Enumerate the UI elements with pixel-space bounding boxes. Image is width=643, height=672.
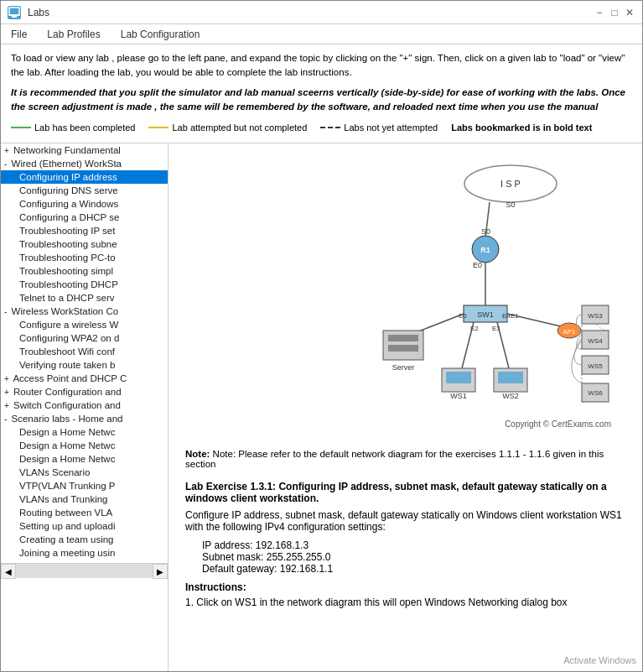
content-area[interactable]: I S P S0 S0 R1 E0 SW1 E0 E4 bbox=[169, 143, 642, 671]
maximize-button[interactable]: □ bbox=[609, 7, 620, 18]
lab-exercise-title: Lab Exercise 1.3.1: Configuring IP addre… bbox=[185, 481, 625, 504]
note-content: Note: Please refer to the default networ… bbox=[185, 449, 604, 469]
sidebar-item-design-home-1[interactable]: Design a Home Netwc bbox=[1, 425, 168, 439]
sidebar-item-troubleshoot-wifi[interactable]: Troubleshoot Wifi conf bbox=[1, 345, 168, 358]
default-gateway: Default gateway: 192.168.1.1 bbox=[202, 563, 625, 575]
sidebar-item-routing-vlan[interactable]: Routing between VLA bbox=[1, 506, 168, 519]
sidebar-item-telnet-dhcp[interactable]: Telnet to a DHCP serv bbox=[1, 291, 168, 305]
sidebar-item-configuring-windows[interactable]: Configuring a Windows bbox=[1, 197, 168, 211]
svg-text:WS5: WS5 bbox=[588, 362, 603, 370]
lab-desc: Configure IP address, subnet mask, defau… bbox=[185, 509, 625, 533]
sidebar-label-routing-vlan: Routing between VLA bbox=[19, 508, 112, 518]
sidebar-item-scenario-labs[interactable]: - Scenario labs - Home and bbox=[1, 412, 168, 425]
sidebar-item-vlans-trunking[interactable]: VLANs and Trunking bbox=[1, 492, 168, 506]
sidebar-item-networking-fund[interactable]: + Networking Fundamental bbox=[1, 143, 168, 157]
legend-attempted: Lab attempted but not completed bbox=[148, 122, 307, 133]
instructions-text: 1. Click on WS1 in the network diagram t… bbox=[185, 596, 625, 608]
sidebar-label-troubleshoot-wifi: Troubleshoot Wifi conf bbox=[19, 346, 115, 357]
subnet-mask: Subnet mask: 255.255.255.0 bbox=[202, 551, 625, 563]
sidebar-item-configuring-dns[interactable]: Configuring DNS serve bbox=[1, 184, 168, 197]
scroll-left-button[interactable]: ◀ bbox=[1, 564, 16, 579]
sidebar-item-vtp-vlan[interactable]: VTP(VLAN Trunking P bbox=[1, 479, 168, 492]
sidebar-item-access-point[interactable]: + Access Point and DHCP C bbox=[1, 372, 168, 385]
sidebar-item-design-home-3[interactable]: Design a Home Netwc bbox=[1, 452, 168, 466]
scroll-right-button[interactable]: ▶ bbox=[153, 564, 168, 579]
svg-text:WS6: WS6 bbox=[588, 389, 603, 397]
svg-rect-23 bbox=[388, 345, 418, 352]
sidebar-label-troubleshooting-simple: Troubleshooting simpl bbox=[19, 266, 113, 276]
menu-lab-configuration[interactable]: Lab Configuration bbox=[117, 27, 204, 42]
sidebar-item-design-home-2[interactable]: Design a Home Netwc bbox=[1, 439, 168, 452]
sidebar-item-vlans-scenario[interactable]: VLANs Scenario bbox=[1, 466, 168, 479]
sidebar-item-troubleshooting-pc[interactable]: Troubleshooting PC-to bbox=[1, 251, 168, 264]
close-button[interactable]: ✕ bbox=[624, 7, 635, 18]
legend-green-line bbox=[11, 127, 31, 128]
window-title: Labs bbox=[28, 7, 49, 18]
sidebar-item-troubleshooting-subnet[interactable]: Troubleshooting subne bbox=[1, 237, 168, 251]
sidebar-hscroll: ◀ ▶ bbox=[1, 563, 168, 578]
menu-lab-profiles[interactable]: Lab Profiles bbox=[44, 27, 103, 42]
svg-rect-0 bbox=[9, 8, 19, 15]
svg-text:WS4: WS4 bbox=[588, 337, 603, 345]
svg-text:I S P: I S P bbox=[500, 179, 521, 189]
sidebar-item-setting-up[interactable]: Setting up and uploadi bbox=[1, 519, 168, 533]
sidebar-label-switch-config: Switch Configuration and bbox=[13, 400, 121, 410]
sidebar-label-troubleshooting-dhcp: Troubleshooting DHCP bbox=[19, 279, 118, 289]
svg-text:E0: E0 bbox=[473, 261, 482, 269]
sidebar-label-configuring-ip: Configuring IP address bbox=[19, 172, 117, 182]
sidebar-item-configuring-wpa2[interactable]: Configuring WPA2 on d bbox=[1, 331, 168, 345]
svg-text:S0: S0 bbox=[481, 227, 490, 236]
expand-icon-scenario-labs: - bbox=[4, 414, 7, 424]
sidebar-label-design-home-2: Design a Home Netwc bbox=[19, 440, 115, 451]
minimize-button[interactable]: − bbox=[594, 7, 605, 18]
sidebar-item-configure-wireless[interactable]: Configure a wireless W bbox=[1, 318, 168, 331]
sidebar[interactable]: + Networking Fundamental - Wired (Ethern… bbox=[1, 143, 169, 671]
svg-rect-22 bbox=[388, 335, 418, 341]
sidebar-item-router-config[interactable]: + Router Configuration and bbox=[1, 385, 168, 399]
sidebar-label-networking-fund: Networking Fundamental bbox=[13, 145, 121, 155]
svg-text:R1: R1 bbox=[480, 246, 490, 254]
title-bar-left: Labs bbox=[8, 6, 49, 19]
expand-icon-switch-config: + bbox=[4, 401, 9, 410]
title-bar: Labs − □ ✕ bbox=[1, 1, 642, 24]
sidebar-label-access-point: Access Point and DHCP C bbox=[13, 373, 127, 383]
svg-text:WS3: WS3 bbox=[588, 312, 603, 320]
sidebar-label-configuring-dhcp: Configuring a DHCP se bbox=[19, 212, 119, 222]
sidebar-item-verifying-route[interactable]: Verifying route taken b bbox=[1, 358, 168, 372]
sidebar-item-wireless-workstation[interactable]: - Wireless WorkStation Co bbox=[1, 305, 168, 318]
sidebar-label-troubleshooting-subnet: Troubleshooting subne bbox=[19, 239, 117, 249]
sidebar-item-wired-ethernet[interactable]: - Wired (Ethernet) WorkSta bbox=[1, 157, 168, 170]
sidebar-item-troubleshooting-dhcp[interactable]: Troubleshooting DHCP bbox=[1, 278, 168, 291]
network-diagram: I S P S0 S0 R1 E0 SW1 E0 E4 bbox=[179, 150, 632, 435]
sidebar-label-troubleshooting-ip: Troubleshooting IP set bbox=[19, 226, 115, 236]
activate-watermark: Activate Windows bbox=[563, 655, 636, 665]
legend-not-attempted-label: Labs not yet attempted bbox=[344, 122, 438, 133]
svg-text:AP1: AP1 bbox=[563, 328, 576, 336]
menu-file[interactable]: File bbox=[8, 27, 30, 42]
sidebar-item-configuring-dhcp[interactable]: Configuring a DHCP se bbox=[1, 211, 168, 224]
sidebar-item-troubleshooting-ip[interactable]: Troubleshooting IP set bbox=[1, 224, 168, 237]
sidebar-label-configuring-windows: Configuring a Windows bbox=[19, 199, 118, 209]
info-text-1: To load or view any lab , please go to t… bbox=[11, 51, 632, 81]
svg-text:Copyright © CertExams.com: Copyright © CertExams.com bbox=[505, 419, 611, 429]
svg-text:SW1: SW1 bbox=[477, 310, 494, 319]
sidebar-item-switch-config[interactable]: + Switch Configuration and bbox=[1, 399, 168, 412]
sidebar-label-vlans-trunking: VLANs and Trunking bbox=[19, 494, 107, 504]
legend-bar: Lab has been completed Lab attempted but… bbox=[11, 119, 632, 136]
sidebar-item-creating-team[interactable]: Creating a team using bbox=[1, 533, 168, 546]
network-svg: I S P S0 S0 R1 E0 SW1 E0 E4 bbox=[200, 150, 611, 435]
sidebar-label-creating-team: Creating a team using bbox=[19, 534, 114, 544]
sidebar-label-router-config: Router Configuration and bbox=[13, 387, 122, 397]
sidebar-item-troubleshooting-simple[interactable]: Troubleshooting simpl bbox=[1, 264, 168, 278]
sidebar-item-joining-meeting[interactable]: Joining a meeting usin bbox=[1, 546, 168, 560]
sidebar-item-configuring-ip[interactable]: Configuring IP address bbox=[1, 170, 168, 184]
legend-bookmarked-label: Labs bookmarked is in bold text bbox=[451, 122, 592, 133]
info-text-2: It is recommended that you split the sim… bbox=[11, 86, 632, 115]
legend-attempted-label: Lab attempted but not completed bbox=[172, 122, 307, 133]
app-icon bbox=[8, 6, 21, 19]
sidebar-label-wireless-workstation: Wireless WorkStation Co bbox=[12, 306, 119, 316]
sidebar-label-vlans-scenario: VLANs Scenario bbox=[19, 467, 90, 477]
expand-icon-networking: + bbox=[4, 146, 9, 155]
sidebar-label-design-home-3: Design a Home Netwc bbox=[19, 454, 115, 464]
menu-bar: File Lab Profiles Lab Configuration bbox=[1, 24, 642, 44]
